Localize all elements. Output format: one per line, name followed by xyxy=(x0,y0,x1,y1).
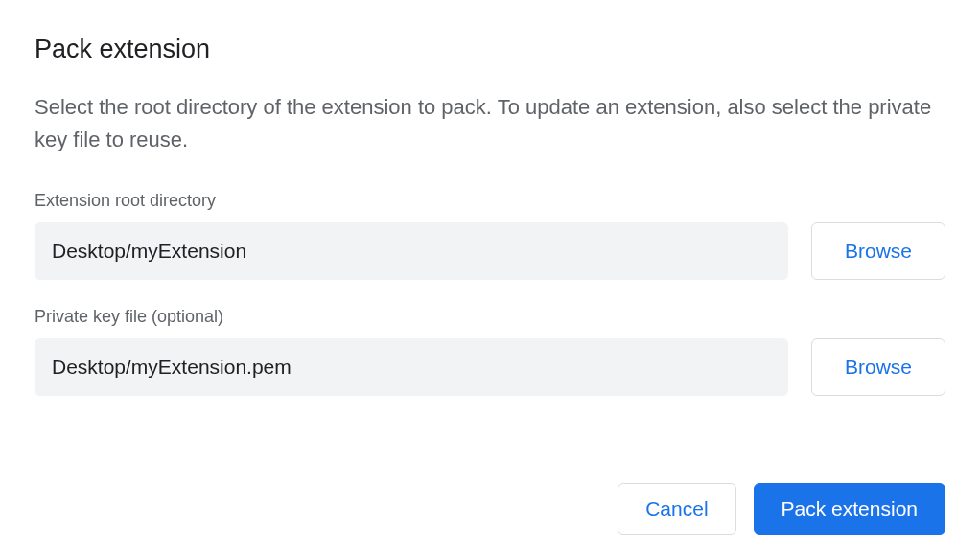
pack-extension-dialog: Pack extension Select the root directory… xyxy=(0,0,980,558)
dialog-description: Select the root directory of the extensi… xyxy=(35,91,945,156)
private-key-label: Private key file (optional) xyxy=(35,307,945,327)
root-directory-input[interactable] xyxy=(35,222,788,280)
root-directory-browse-button[interactable]: Browse xyxy=(811,222,945,280)
root-directory-row: Browse xyxy=(35,222,945,280)
root-directory-field-group: Extension root directory Browse xyxy=(35,191,945,280)
private-key-field-group: Private key file (optional) Browse xyxy=(35,307,945,396)
private-key-input[interactable] xyxy=(35,338,788,396)
root-directory-label: Extension root directory xyxy=(35,191,945,211)
dialog-title: Pack extension xyxy=(35,35,945,64)
pack-extension-button[interactable]: Pack extension xyxy=(754,483,945,535)
private-key-browse-button[interactable]: Browse xyxy=(811,338,945,396)
cancel-button[interactable]: Cancel xyxy=(618,483,735,535)
dialog-footer: Cancel Pack extension xyxy=(35,460,945,535)
private-key-row: Browse xyxy=(35,338,945,396)
